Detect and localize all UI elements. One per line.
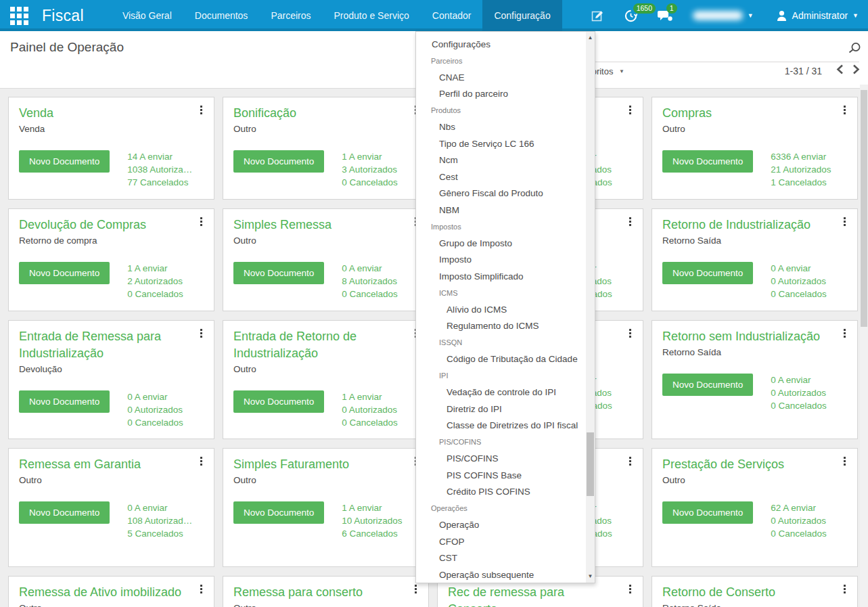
- card-stat-link[interactable]: 1 A enviar: [127, 262, 183, 275]
- card-stat-link[interactable]: 0 A enviar: [342, 262, 398, 275]
- app-title[interactable]: Fiscal: [42, 7, 84, 25]
- card-stat-link[interactable]: 1 Cancelados: [771, 176, 831, 189]
- menu-item-operacao-subsequente[interactable]: Operação subsequente: [416, 566, 587, 583]
- prev-page-button[interactable]: [836, 64, 844, 77]
- menu-item-alivio-do-icms[interactable]: Alívio do ICMS: [416, 301, 587, 318]
- apps-menu-button[interactable]: [0, 0, 38, 31]
- new-document-button[interactable]: Novo Documento: [19, 501, 110, 524]
- card-stat-link[interactable]: 0 A enviar: [127, 390, 183, 403]
- compose-message-button[interactable]: [591, 9, 604, 22]
- kebab-menu-icon[interactable]: [196, 457, 206, 466]
- menu-item-pis-cofins[interactable]: PIS/COFINS: [416, 451, 587, 468]
- card-stat-link[interactable]: 77 Cancelados: [127, 176, 192, 189]
- menu-item-perfil-do-parceiro[interactable]: Perfil do parceiro: [416, 86, 587, 103]
- card-title[interactable]: Remessa para conserto: [233, 584, 403, 601]
- menu-item-codigo-de-tributacao-da-cidade[interactable]: Código de Tributação da Cidade: [416, 351, 587, 368]
- card-stat-link[interactable]: 10 Autorizados: [342, 514, 402, 527]
- card-title[interactable]: Compras: [662, 105, 831, 122]
- kebab-menu-icon[interactable]: [411, 585, 420, 593]
- card-title[interactable]: Retorno de Industrialização: [662, 217, 831, 233]
- menu-item-operacao[interactable]: Operação: [416, 517, 587, 534]
- menu-item-cest[interactable]: Cest: [416, 168, 587, 185]
- card-stat-link[interactable]: 14 A enviar: [127, 150, 192, 163]
- menu-item-configuracoes[interactable]: Configurações: [416, 36, 587, 53]
- nav-item-contador[interactable]: Contador: [421, 0, 483, 31]
- nav-item-visao-geral[interactable]: Visão Geral: [111, 0, 183, 31]
- menu-item-classe-de-diretrizes-do-ipi-fiscal[interactable]: Classe de Diretrizes do IPI fiscal: [416, 418, 587, 434]
- menu-item-tipo-de-servico-lc-166[interactable]: Tipo de Serviço LC 166: [416, 135, 587, 152]
- card-stat-link[interactable]: 2 Autorizados: [127, 275, 183, 288]
- card-stat-link[interactable]: 0 Cancelados: [342, 416, 398, 429]
- card-title[interactable]: Simples Faturamento: [233, 456, 403, 473]
- page-scrollbar-thumb[interactable]: [861, 90, 867, 327]
- card-stat-link[interactable]: 8 Autorizados: [342, 275, 398, 288]
- menu-item-regulamento-do-icms[interactable]: Regulamento do ICMS: [416, 318, 587, 335]
- kebab-menu-icon[interactable]: [625, 329, 635, 338]
- card-stat-link[interactable]: 21 Autorizados: [771, 163, 831, 176]
- nav-item-produto-e-servico[interactable]: Produto e Serviço: [323, 0, 421, 31]
- card-title[interactable]: Venda: [19, 105, 188, 122]
- card-stat-link[interactable]: 0 Autorizados: [771, 514, 827, 527]
- card-stat-link[interactable]: 6 Cancelados: [342, 527, 402, 540]
- nav-item-documentos[interactable]: Documentos: [183, 0, 260, 31]
- card-stat-link[interactable]: 0 Autorizados: [771, 386, 827, 399]
- menu-item-cnae[interactable]: CNAE: [416, 69, 587, 86]
- new-document-button[interactable]: Novo Documento: [662, 374, 753, 396]
- kebab-menu-icon[interactable]: [625, 217, 635, 226]
- scroll-down-arrow-icon[interactable]: ▼: [586, 572, 595, 581]
- kebab-menu-icon[interactable]: [840, 106, 849, 114]
- kebab-menu-icon[interactable]: [196, 329, 206, 338]
- card-stat-link[interactable]: 6336 A enviar: [771, 150, 831, 163]
- kebab-menu-icon[interactable]: [625, 457, 635, 466]
- card-stat-link[interactable]: 1038 Autoriza…: [127, 163, 192, 176]
- card-title[interactable]: Retorno de Conserto: [662, 584, 831, 601]
- new-document-button[interactable]: Novo Documento: [233, 390, 324, 413]
- card-title[interactable]: Rec de remessa para Conserto: [448, 584, 617, 607]
- card-stat-link[interactable]: 0 Cancelados: [771, 399, 827, 412]
- card-title[interactable]: Simples Remessa: [233, 217, 403, 233]
- scroll-up-arrow-icon[interactable]: ▲: [586, 33, 595, 43]
- card-title[interactable]: Entrada de Retorno de Industrialização: [233, 328, 403, 362]
- menu-item-credito-pis-cofins[interactable]: Crédito PIS COFINS: [416, 484, 587, 501]
- card-stat-link[interactable]: 62 A enviar: [771, 501, 827, 514]
- card-stat-link[interactable]: 108 Autorizad…: [127, 514, 192, 527]
- nav-item-configuracao[interactable]: Configuração: [482, 0, 562, 31]
- new-document-button[interactable]: Novo Documento: [19, 390, 110, 413]
- menu-item-cst[interactable]: CST: [416, 550, 587, 567]
- card-title[interactable]: Devolução de Compras: [19, 217, 188, 233]
- kebab-menu-icon[interactable]: [625, 585, 635, 593]
- new-document-button[interactable]: Novo Documento: [662, 501, 753, 524]
- new-document-button[interactable]: Novo Documento: [662, 262, 753, 284]
- menu-item-diretriz-do-ipi[interactable]: Diretriz do IPI: [416, 401, 587, 418]
- menu-item-pis-cofins-base[interactable]: PIS COFINS Base: [416, 467, 587, 484]
- menu-item-nbs[interactable]: Nbs: [416, 119, 587, 136]
- card-stat-link[interactable]: 0 Cancelados: [342, 176, 398, 189]
- next-page-button[interactable]: [852, 64, 860, 77]
- card-title[interactable]: Retorno sem Industrialização: [662, 328, 831, 345]
- menu-item-vedacao-de-controle-do-ipi[interactable]: Vedação de controle do IPI: [416, 384, 587, 401]
- page-scrollbar[interactable]: [860, 85, 868, 607]
- kebab-menu-icon[interactable]: [196, 106, 206, 114]
- new-document-button[interactable]: Novo Documento: [233, 150, 324, 173]
- kebab-menu-icon[interactable]: [840, 329, 849, 338]
- card-stat-link[interactable]: 0 Autorizados: [771, 275, 827, 288]
- card-title[interactable]: Remessa em Garantia: [19, 456, 188, 473]
- kebab-menu-icon[interactable]: [196, 585, 206, 593]
- kebab-menu-icon[interactable]: [196, 217, 206, 226]
- card-stat-link[interactable]: 0 A enviar: [127, 501, 192, 514]
- messages-button[interactable]: 1: [658, 9, 672, 22]
- menu-item-imposto-simplificado[interactable]: Imposto Simplificado: [416, 268, 587, 285]
- menu-item-imposto[interactable]: Imposto: [416, 252, 587, 269]
- card-stat-link[interactable]: 1 A enviar: [342, 150, 398, 163]
- menu-item-nbm[interactable]: NBM: [416, 202, 587, 219]
- menu-item-cfop[interactable]: CFOP: [416, 533, 587, 550]
- kebab-menu-icon[interactable]: [840, 457, 849, 466]
- card-stat-link[interactable]: 0 Cancelados: [342, 288, 398, 300]
- new-document-button[interactable]: Novo Documento: [19, 150, 110, 173]
- card-stat-link[interactable]: 0 A enviar: [771, 262, 827, 275]
- kebab-menu-icon[interactable]: [840, 585, 849, 593]
- card-title[interactable]: Remessa de Ativo imobilizado: [19, 584, 188, 601]
- card-stat-link[interactable]: 3 Autorizados: [342, 163, 398, 176]
- new-document-button[interactable]: Novo Documento: [19, 262, 110, 284]
- card-stat-link[interactable]: 5 Cancelados: [127, 527, 192, 540]
